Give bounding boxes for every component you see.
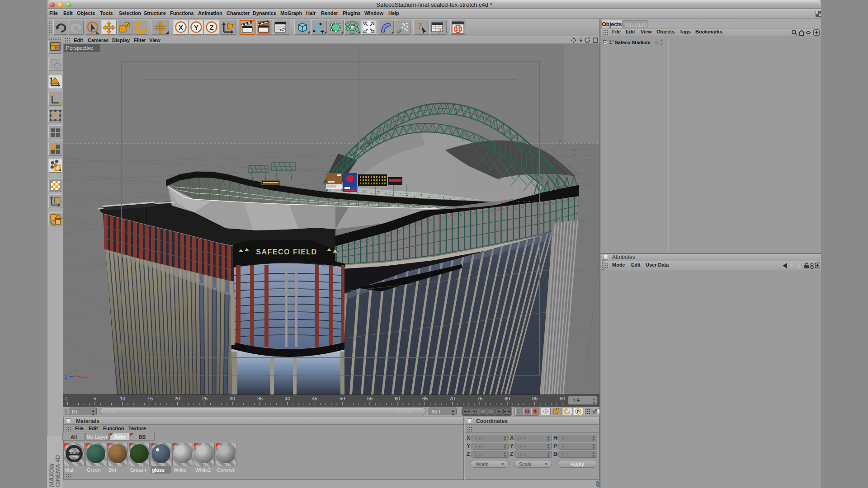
svg-text:10: 10: [120, 396, 125, 401]
svg-text:65: 65: [422, 396, 428, 401]
svg-text:70: 70: [449, 396, 455, 401]
svg-text:80: 80: [505, 396, 510, 401]
svg-text:85: 85: [532, 396, 538, 401]
svg-text:25: 25: [202, 396, 208, 401]
svg-text:30: 30: [230, 396, 235, 401]
svg-text:90: 90: [560, 396, 565, 401]
svg-text:40: 40: [285, 396, 290, 401]
svg-text:35: 35: [257, 396, 263, 401]
svg-text:5: 5: [94, 396, 96, 401]
svg-text:45: 45: [312, 396, 317, 401]
svg-text:P: P: [577, 409, 580, 414]
svg-text:-1: -1: [64, 396, 68, 401]
svg-text:75: 75: [477, 396, 482, 401]
svg-text:55: 55: [367, 396, 373, 401]
svg-text:20: 20: [175, 396, 180, 401]
svg-text:15: 15: [147, 396, 153, 401]
svg-text:50: 50: [340, 396, 345, 401]
svg-text:?: ?: [534, 409, 537, 414]
svg-text:60: 60: [395, 396, 400, 401]
